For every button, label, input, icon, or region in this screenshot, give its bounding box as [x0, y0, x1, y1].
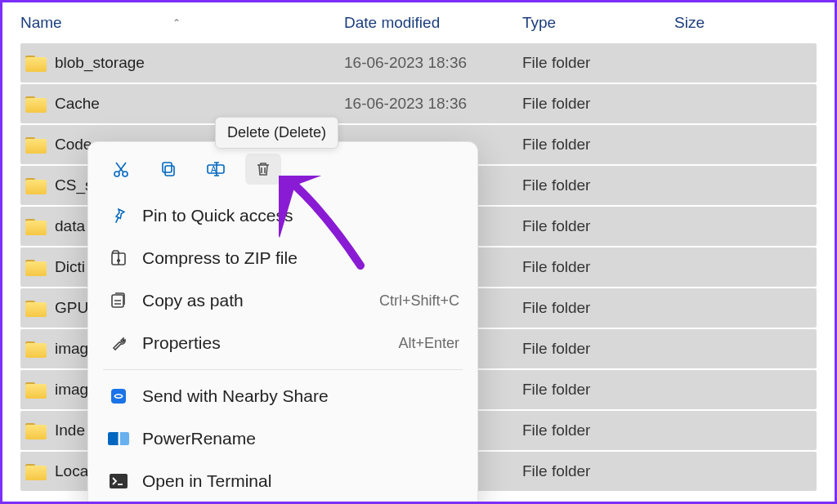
- cut-icon: [111, 159, 131, 179]
- context-menu-item-terminal[interactable]: Open in Terminal: [95, 460, 471, 502]
- file-type: File folder: [522, 176, 674, 194]
- copy-icon: [159, 159, 178, 179]
- file-name: Code: [55, 136, 92, 154]
- svg-text:A: A: [211, 165, 217, 174]
- table-row[interactable]: blob_storage 16-06-2023 18:36 File folde…: [20, 43, 817, 83]
- file-date: 16-06-2023 18:36: [344, 95, 522, 113]
- file-date: 16-06-2023 18:36: [344, 54, 522, 72]
- file-name: data: [55, 217, 85, 235]
- terminal-icon: [106, 469, 131, 493]
- file-name: Loca: [55, 462, 88, 480]
- copypath-icon: [106, 288, 131, 313]
- column-header-date[interactable]: Date modified: [344, 14, 522, 32]
- column-header-size-label: Size: [674, 14, 705, 31]
- file-type: File folder: [522, 95, 674, 113]
- context-menu-item-label: Open in Terminal: [142, 471, 271, 491]
- context-menu-item-copypath[interactable]: Copy as path Ctrl+Shift+C: [95, 279, 471, 322]
- context-menu-shortcut: Alt+Enter: [398, 335, 459, 352]
- folder-icon: [25, 462, 47, 480]
- column-header-name[interactable]: Name ⌃: [20, 14, 344, 32]
- file-name: Dicti: [55, 258, 85, 276]
- context-menu-item-label: Compress to ZIP file: [142, 248, 298, 268]
- tooltip-delete: Delete (Delete): [215, 117, 338, 149]
- svg-rect-5: [163, 163, 172, 172]
- copy-button[interactable]: [150, 154, 186, 185]
- context-menu-item-label: PowerRename: [142, 429, 256, 448]
- context-menu-divider: [103, 369, 463, 370]
- context-menu-item-nearby[interactable]: Send with Nearby Share: [95, 375, 471, 417]
- column-header-type[interactable]: Type: [522, 14, 674, 32]
- column-header-type-label: Type: [522, 14, 556, 31]
- wrench-icon: [106, 331, 131, 355]
- annotation-arrow: [279, 176, 377, 274]
- file-type: File folder: [522, 54, 674, 72]
- file-type: File folder: [522, 299, 674, 317]
- column-header-date-label: Date modified: [344, 14, 440, 31]
- sort-ascending-icon: ⌃: [172, 17, 181, 29]
- folder-icon: [25, 421, 47, 439]
- file-name: Cache: [55, 95, 100, 113]
- svg-point-1: [123, 172, 128, 176]
- file-type: File folder: [522, 217, 674, 235]
- column-header-row: Name ⌃ Date modified Type Size: [2, 2, 835, 43]
- powerrename-icon: [106, 426, 131, 451]
- rename-button[interactable]: A: [198, 154, 234, 185]
- folder-icon: [25, 54, 47, 72]
- delete-button[interactable]: [245, 154, 281, 185]
- file-name: GPU: [55, 299, 88, 317]
- svg-rect-16: [108, 432, 119, 445]
- svg-point-13: [118, 260, 120, 262]
- column-header-name-label: Name: [20, 14, 62, 32]
- context-menu-item-label: Copy as path: [142, 291, 244, 310]
- cut-button[interactable]: [103, 154, 139, 185]
- svg-rect-4: [165, 166, 174, 176]
- context-menu-shortcut: Ctrl+Shift+C: [379, 292, 459, 310]
- folder-icon: [25, 136, 47, 154]
- file-name: imag: [55, 381, 88, 399]
- context-menu-item-powerrename[interactable]: PowerRename: [95, 417, 471, 460]
- column-header-size[interactable]: Size: [674, 14, 781, 32]
- folder-icon: [25, 340, 47, 358]
- folder-icon: [25, 217, 47, 235]
- context-menu-item-wrench[interactable]: Properties Alt+Enter: [95, 322, 471, 364]
- file-type: File folder: [522, 462, 674, 480]
- context-menu-item-label: Properties: [142, 333, 221, 353]
- folder-icon: [25, 176, 47, 194]
- svg-point-0: [114, 172, 119, 176]
- table-row[interactable]: Cache 16-06-2023 18:36 File folder: [20, 84, 817, 123]
- rename-icon: A: [205, 159, 226, 179]
- file-type: File folder: [522, 258, 674, 276]
- file-type: File folder: [522, 136, 674, 154]
- folder-icon: [25, 381, 47, 399]
- context-menu-item-label: Pin to Quick access: [142, 206, 293, 225]
- zip-icon: [106, 246, 131, 270]
- svg-rect-19: [110, 474, 128, 488]
- folder-icon: [25, 95, 47, 113]
- delete-icon: [253, 159, 273, 179]
- nearby-icon: [106, 384, 131, 408]
- file-type: File folder: [522, 340, 674, 358]
- file-name: imag: [55, 340, 88, 358]
- folder-icon: [25, 299, 47, 317]
- folder-icon: [25, 258, 47, 276]
- file-name: Inde: [55, 421, 85, 439]
- file-type: File folder: [522, 421, 674, 439]
- file-name: blob_storage: [55, 54, 145, 72]
- file-type: File folder: [522, 381, 674, 399]
- context-menu-item-label: Send with Nearby Share: [142, 386, 329, 406]
- svg-rect-15: [111, 389, 126, 404]
- pin-icon: [106, 203, 131, 228]
